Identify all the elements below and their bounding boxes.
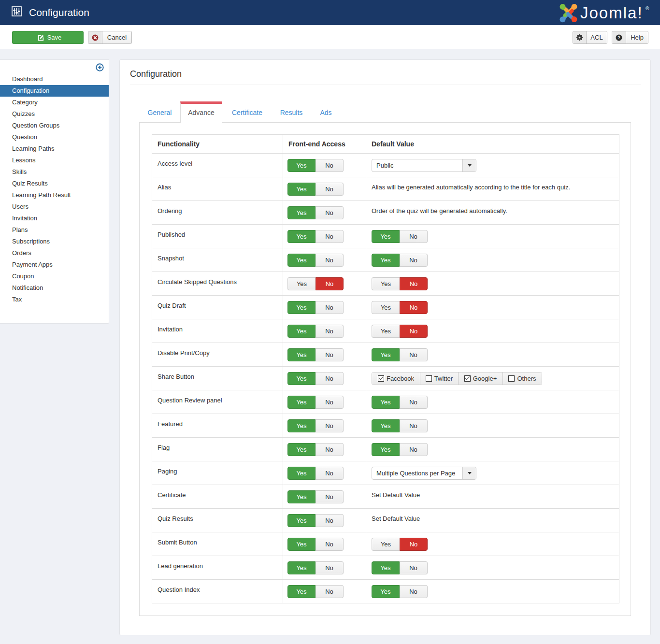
- svg-text:?: ?: [617, 35, 620, 40]
